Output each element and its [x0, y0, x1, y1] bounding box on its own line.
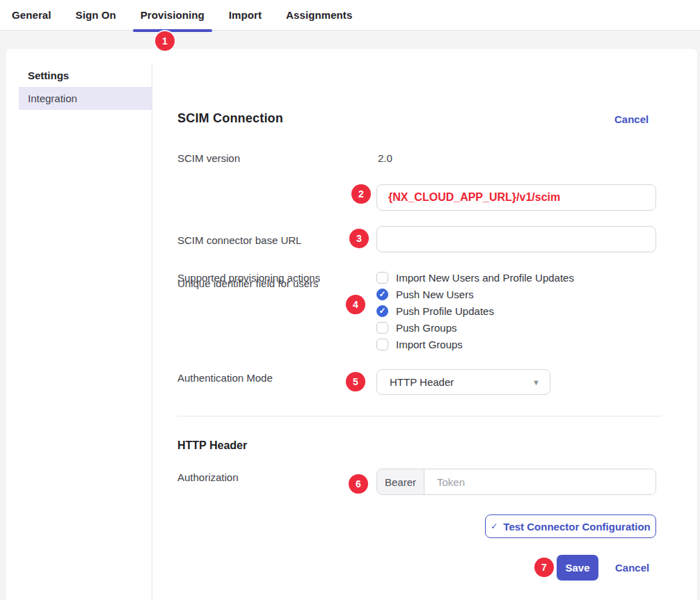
annotation-badge-3: 3 [349, 229, 369, 248]
base-url-input[interactable] [376, 184, 656, 211]
auth-mode-select[interactable]: HTTP Header ▼ [376, 369, 550, 395]
checkbox-label: Import Groups [396, 339, 463, 350]
test-connector-button-label: Test Connector Configuration [503, 521, 650, 533]
provisioning-action-row: Import Groups [376, 336, 463, 352]
settings-card: Settings Integration SCIM Connection Can… [6, 49, 697, 600]
provisioning-action-row: Import New Users and Profile Updates [376, 269, 574, 286]
authorization-input-group: Bearer [376, 469, 656, 495]
chevron-down-icon: ▼ [532, 378, 540, 387]
scim-connection-form: SCIM Connection Cancel SCIM version 2.0 … [6, 49, 697, 600]
page-title: SCIM Connection [177, 111, 283, 126]
bearer-prefix: Bearer [377, 469, 424, 494]
cancel-link-top[interactable]: Cancel [614, 113, 649, 125]
checkbox-label: Push Profile Updates [396, 305, 494, 317]
checkbox-push-profile-updates[interactable] [376, 305, 388, 317]
annotation-badge-1: 1 [155, 31, 175, 51]
checkbox-import-new-users[interactable] [376, 272, 388, 284]
base-url-label: SCIM connector base URL [177, 234, 301, 246]
http-header-section-title: HTTP Header [177, 439, 247, 452]
tab-assignments[interactable]: Assignments [278, 0, 360, 31]
scim-version-label: SCIM version [177, 152, 240, 164]
checkbox-label: Push Groups [396, 322, 457, 334]
tab-import[interactable]: Import [221, 0, 269, 31]
provisioning-actions-label: Supported provisioning actions [177, 272, 320, 284]
checkbox-push-groups[interactable] [376, 322, 388, 334]
scim-version-value: 2.0 [378, 152, 392, 164]
annotation-badge-2: 2 [351, 184, 371, 204]
provisioning-action-row: Push New Users [376, 286, 474, 302]
tab-bar: General Sign On Provisioning Import Assi… [0, 0, 700, 31]
cancel-link-bottom[interactable]: Cancel [615, 562, 649, 574]
tab-provisioning[interactable]: Provisioning [133, 0, 212, 31]
app-provisioning-screen: General Sign On Provisioning Import Assi… [0, 0, 700, 600]
tab-general[interactable]: General [4, 0, 59, 31]
tab-sign-on[interactable]: Sign On [68, 0, 124, 31]
annotation-badge-5: 5 [346, 372, 365, 391]
auth-mode-label: Authentication Mode [177, 372, 273, 384]
authorization-label: Authorization [177, 471, 239, 483]
unique-id-input[interactable] [376, 226, 656, 252]
checkbox-label: Push New Users [396, 289, 474, 300]
annotation-badge-6: 6 [349, 474, 368, 494]
section-divider [177, 416, 662, 416]
token-input[interactable] [424, 469, 655, 494]
check-icon: ✓ [491, 521, 498, 531]
provisioning-action-row: Push Profile Updates [376, 302, 494, 319]
checkbox-import-groups[interactable] [376, 339, 388, 350]
auth-mode-selected-value: HTTP Header [390, 376, 454, 388]
provisioning-action-row: Push Groups [376, 319, 457, 336]
checkbox-push-new-users[interactable] [376, 289, 388, 300]
test-connector-button[interactable]: ✓ Test Connector Configuration [485, 514, 656, 538]
annotation-badge-7: 7 [534, 558, 554, 577]
checkbox-label: Import New Users and Profile Updates [396, 272, 574, 284]
annotation-badge-4: 4 [346, 295, 365, 314]
save-button[interactable]: Save [557, 555, 598, 581]
